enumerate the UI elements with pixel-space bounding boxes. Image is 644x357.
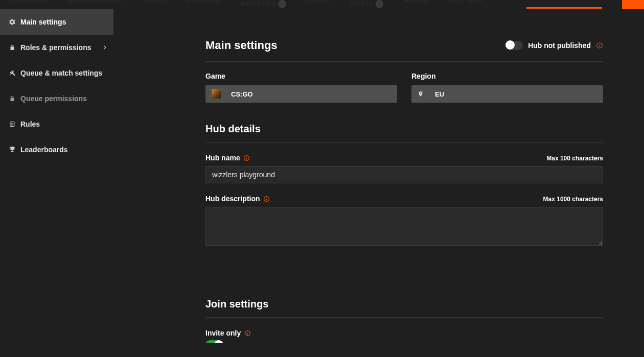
toggle-knob (505, 40, 515, 50)
tab-matches[interactable]: MATCHES (186, 0, 220, 9)
invite-only-toggle[interactable] (205, 340, 223, 343)
csgo-icon (212, 89, 221, 99)
hub-description-textarea[interactable] (205, 207, 603, 246)
doc-icon (8, 120, 16, 128)
tab-members[interactable]: MEMBERS (240, 0, 286, 9)
main-content: Main settings Hub not published Game CS:… (113, 9, 644, 357)
lock-icon (8, 94, 16, 103)
sidebar-item-label: Main settings (20, 18, 66, 26)
svg-point-9 (246, 156, 247, 157)
sidebar-item-label: Roles & permissions (20, 43, 91, 52)
sidebar-item-rules[interactable]: Rules (0, 111, 113, 137)
sidebar-item-label: Queue permissions (20, 94, 87, 103)
hub-name-input[interactable] (205, 166, 603, 183)
map-pin-icon (418, 90, 425, 98)
hub-description-label: Hub description (205, 195, 260, 203)
join-settings-title: Join settings (205, 298, 603, 318)
sidebar-item-label: Leaderboards (20, 146, 68, 154)
svg-point-12 (266, 197, 267, 198)
publish-toggle-label: Hub not published (528, 41, 591, 50)
sidebar-item-queue-match-settings[interactable]: Queue & match settings (0, 60, 113, 86)
tab-rules-top[interactable]: RULES (307, 0, 331, 9)
tools-icon (8, 69, 16, 77)
svg-point-15 (247, 331, 248, 332)
tab-media[interactable]: MEDIA (351, 0, 383, 9)
chevron-right-icon (102, 44, 107, 51)
sidebar-item-label: Rules (20, 120, 40, 128)
sidebar-item-leaderboards[interactable]: Leaderboards (0, 137, 113, 162)
tab-active-indicator (526, 7, 602, 9)
game-field-label: Game (205, 72, 397, 80)
sidebar-item-queue-permissions[interactable]: Queue permissions (0, 86, 113, 111)
lock-icon (8, 43, 16, 52)
info-icon[interactable] (244, 329, 251, 337)
tab-leaderboard[interactable]: LEADERBOARD (68, 0, 123, 9)
trophy-icon (8, 146, 16, 154)
hub-description-max-note: Max 1000 characters (543, 196, 603, 203)
info-icon[interactable] (596, 42, 603, 49)
tab-admin[interactable]: ADMIN (404, 0, 427, 9)
tab-stats[interactable]: STATS (143, 0, 165, 9)
hub-name-label: Hub name (205, 154, 240, 162)
tab-overview[interactable]: OVERVIEW (10, 0, 48, 9)
info-icon[interactable] (263, 195, 270, 202)
sidebar-item-roles-permissions[interactable]: Roles & permissions (0, 35, 113, 60)
sidebar-item-main-settings[interactable]: Main settings (0, 9, 113, 35)
game-select-value: CS:GO (231, 90, 253, 98)
gear-icon (8, 18, 16, 26)
info-icon[interactable] (243, 154, 250, 161)
page-title: Main settings (205, 39, 278, 52)
svg-point-6 (600, 44, 600, 44)
sidebar-item-label: Queue & match settings (20, 69, 102, 77)
region-select[interactable]: EU (411, 85, 603, 103)
region-select-value: EU (435, 90, 444, 98)
hub-details-title: Hub details (205, 123, 603, 142)
primary-action-button[interactable] (622, 0, 644, 9)
hub-name-max-note: Max 100 characters (546, 155, 603, 162)
invite-only-label: Invite only (205, 329, 241, 337)
region-field-label: Region (411, 72, 603, 80)
tab-settings[interactable]: SETTINGS (447, 0, 482, 9)
publish-toggle[interactable] (505, 41, 523, 50)
top-nav: OVERVIEW LEADERBOARD STATS MATCHES MEMBE… (0, 0, 644, 9)
game-select[interactable]: CS:GO (205, 85, 397, 103)
sidebar: Main settings Roles & permissions Queue … (0, 9, 113, 357)
